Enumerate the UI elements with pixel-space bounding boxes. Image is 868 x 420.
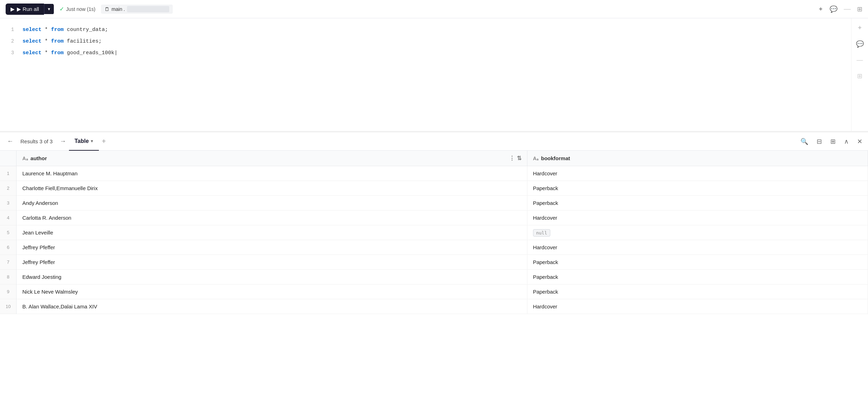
table-row[interactable]: 6Jeffrey PfefferHardcover <box>0 240 868 255</box>
line-code: select * from country_data; <box>23 24 108 36</box>
author-cell: Jeffrey Pfeffer <box>17 240 527 255</box>
bookformat-cell: Hardcover <box>527 166 868 181</box>
results-next-button[interactable]: → <box>57 136 69 146</box>
line-number: 2 <box>7 36 14 47</box>
row-number: 6 <box>0 240 17 255</box>
run-all-main[interactable]: ▶ ▶ Run all <box>6 4 44 15</box>
database-selector[interactable]: 🗒 main . <box>101 5 173 14</box>
run-all-label: ▶ Run all <box>17 6 39 12</box>
editor-minus-icon: — <box>857 56 863 64</box>
results-table-container[interactable]: Aₐ author ⋮ ⇅ Aₐ <box>0 151 868 420</box>
editor-sparkle-icon[interactable]: ✦ <box>857 24 862 32</box>
grid-icon[interactable]: ⊞ <box>857 5 862 13</box>
author-cell: Jeffrey Pfeffer <box>17 255 527 270</box>
editor-area[interactable]: 1select * from country_data;2select * fr… <box>0 18 868 131</box>
author-cell: Edward Joesting <box>17 270 527 284</box>
row-num-header <box>0 151 17 166</box>
line-number: 1 <box>7 24 14 35</box>
text-cursor <box>114 50 118 56</box>
row-number: 8 <box>0 270 17 284</box>
table-row[interactable]: 3Andy AndersonPaperback <box>0 196 868 211</box>
row-number: 4 <box>0 211 17 225</box>
run-all-button[interactable]: ▶ ▶ Run all ▾ <box>6 4 54 15</box>
status-indicator: ✓ Just now (1s) <box>59 6 95 12</box>
row-number: 3 <box>0 196 17 211</box>
author-cell: Charlotte Fiell,Emmanuelle Dirix <box>17 181 527 196</box>
bookformat-type-icon: Aₐ <box>533 156 538 161</box>
filter-results-button[interactable]: ⊟ <box>815 136 823 147</box>
check-icon: ✓ <box>59 6 64 12</box>
main-layout: 1select * from country_data;2select * fr… <box>0 18 868 420</box>
bookformat-cell: Paperback <box>527 181 868 196</box>
code-line[interactable]: 2select * from facilities; <box>7 36 861 47</box>
author-cell: Andy Anderson <box>17 196 527 211</box>
bookformat-header[interactable]: Aₐ bookformat <box>527 151 868 166</box>
bookformat-cell: Hardcover <box>527 240 868 255</box>
author-header[interactable]: Aₐ author ⋮ ⇅ <box>17 151 527 166</box>
status-text: Just now (1s) <box>66 6 95 12</box>
table-row[interactable]: 8Edward JoestingPaperback <box>0 270 868 284</box>
db-name <box>127 6 169 12</box>
row-number: 1 <box>0 166 17 181</box>
results-table: Aₐ author ⋮ ⇅ Aₐ <box>0 151 868 314</box>
sparkle-icon[interactable]: ✦ <box>818 5 823 13</box>
db-icon: 🗒 <box>104 6 109 12</box>
table-body: 1Laurence M. HauptmanHardcover2Charlotte… <box>0 166 868 314</box>
code-line[interactable]: 1select * from country_data; <box>7 24 861 36</box>
table-row[interactable]: 5Jean Leveillenull <box>0 225 868 240</box>
results-toolbar-right: 🔍 ⊟ ⊞ ∧ ✕ <box>799 136 864 147</box>
author-cell: Carlotta R. Anderson <box>17 211 527 225</box>
author-col-label: author <box>31 155 47 161</box>
row-number: 7 <box>0 255 17 270</box>
table-tab-label: Table <box>75 138 89 144</box>
run-icon: ▶ <box>11 6 15 12</box>
row-number: 9 <box>0 284 17 299</box>
run-all-dropdown[interactable]: ▾ <box>44 4 54 14</box>
layout-results-button[interactable]: ⊞ <box>829 136 837 147</box>
author-cell: Jean Leveille <box>17 225 527 240</box>
editor-chat-icon[interactable]: 💬 <box>856 40 864 48</box>
close-results-button[interactable]: ✕ <box>856 136 864 147</box>
code-line[interactable]: 3select * from good_reads_100k <box>7 47 861 59</box>
toolbar: ▶ ▶ Run all ▾ ✓ Just now (1s) 🗒 main . ✦… <box>0 0 868 18</box>
row-number: 10 <box>0 299 17 314</box>
author-menu-icon[interactable]: ⋮ <box>509 155 515 162</box>
results-label: Results 3 of 3 <box>16 138 57 144</box>
search-results-button[interactable]: 🔍 <box>799 136 810 147</box>
add-tab-button[interactable]: + <box>99 137 109 145</box>
table-row[interactable]: 9Nick Le Neve WalmsleyPaperback <box>0 284 868 299</box>
author-sort-icon[interactable]: ⇅ <box>517 155 521 162</box>
editor-grid2-icon[interactable]: ⊞ <box>857 72 862 80</box>
main-content: 1select * from country_data;2select * fr… <box>0 18 868 420</box>
line-number: 3 <box>7 47 14 58</box>
bookformat-cell: Paperback <box>527 270 868 284</box>
table-row[interactable]: 2Charlotte Fiell,Emmanuelle DirixPaperba… <box>0 181 868 196</box>
bookformat-cell: Hardcover <box>527 299 868 314</box>
db-label: main . <box>112 6 125 12</box>
toolbar-right-icons: ✦ 💬 — ⊞ <box>818 5 862 13</box>
table-row[interactable]: 4Carlotta R. AndersonHardcover <box>0 211 868 225</box>
null-badge: null <box>533 229 550 237</box>
chat-icon[interactable]: 💬 <box>830 5 837 13</box>
bookformat-cell: Paperback <box>527 196 868 211</box>
collapse-results-button[interactable]: ∧ <box>843 136 850 147</box>
author-cell: Nick Le Neve Walmsley <box>17 284 527 299</box>
results-prev-button[interactable]: ← <box>4 136 16 146</box>
bookformat-col-label: bookformat <box>541 155 570 161</box>
table-tab-dropdown[interactable]: ▾ <box>91 138 93 144</box>
author-type-icon: Aₐ <box>22 156 27 161</box>
code-editor[interactable]: 1select * from country_data;2select * fr… <box>0 24 868 59</box>
row-number: 5 <box>0 225 17 240</box>
author-cell: Laurence M. Hauptman <box>17 166 527 181</box>
minus-icon: — <box>844 5 851 13</box>
table-row[interactable]: 7Jeffrey PfefferPaperback <box>0 255 868 270</box>
line-code: select * from good_reads_100k <box>23 48 118 59</box>
results-tabs-bar: ← Results 3 of 3 → Table ▾ + 🔍 ⊟ ⊞ ∧ ✕ <box>0 132 868 151</box>
results-area: ← Results 3 of 3 → Table ▾ + 🔍 ⊟ ⊞ ∧ ✕ <box>0 132 868 420</box>
bookformat-cell: Paperback <box>527 255 868 270</box>
table-row[interactable]: 10B. Alan Wallace,Dalai Lama XIVHardcove… <box>0 299 868 314</box>
table-header: Aₐ author ⋮ ⇅ Aₐ <box>0 151 868 166</box>
table-tab[interactable]: Table ▾ <box>69 132 99 151</box>
bookformat-cell: null <box>527 225 868 240</box>
table-row[interactable]: 1Laurence M. HauptmanHardcover <box>0 166 868 181</box>
